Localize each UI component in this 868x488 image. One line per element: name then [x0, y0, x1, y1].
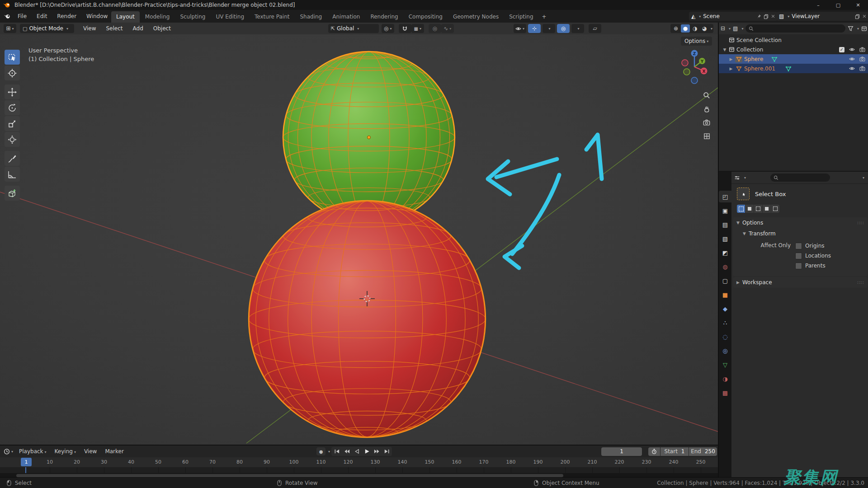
- timeline-editor-icon[interactable]: [4, 448, 10, 455]
- scene-collection-label[interactable]: Scene Collection: [736, 37, 782, 43]
- navigation-gizmo[interactable]: Z Y X: [675, 47, 713, 85]
- mode-selector[interactable]: ▢ Object Mode ▾: [20, 24, 74, 33]
- collection-label[interactable]: Collection: [736, 47, 763, 53]
- filter-icon[interactable]: [848, 26, 854, 32]
- properties-editor-icon[interactable]: [734, 175, 740, 181]
- view-layer-name[interactable]: ViewLayer: [792, 13, 853, 19]
- transform-panel-header[interactable]: ▼ Transform: [733, 228, 868, 239]
- zoom-tool[interactable]: [701, 89, 712, 101]
- options-dropdown[interactable]: Options▾: [681, 37, 712, 46]
- properties-tab-physics[interactable]: ◌: [719, 331, 731, 343]
- pan-hand-tool[interactable]: [701, 103, 712, 115]
- tab-modeling[interactable]: Modeling: [140, 11, 175, 23]
- tab-uv-editing[interactable]: UV Editing: [211, 11, 249, 23]
- viewport-3d[interactable]: User Perspective (1) Collection | Sphere…: [0, 34, 718, 445]
- show-gizmo-toggle[interactable]: ⊹: [528, 24, 541, 33]
- properties-tab-world[interactable]: ◍: [719, 261, 731, 272]
- panel-grip-icon[interactable]: ∷∷: [857, 280, 864, 285]
- workspace-panel-header[interactable]: ▶ Workspace ∷∷: [733, 277, 868, 288]
- active-tool-icon[interactable]: [737, 188, 750, 200]
- tool-cursor[interactable]: [5, 66, 20, 80]
- maximize-button[interactable]: ▢: [828, 0, 848, 10]
- tab-geometry-nodes[interactable]: Geometry Nodes: [448, 11, 504, 23]
- tool-add-cube[interactable]: [5, 186, 20, 201]
- orthographic-toggle-tool[interactable]: [701, 130, 712, 142]
- gizmo-z-negative[interactable]: [691, 77, 698, 84]
- disclosure-icon[interactable]: ▶: [729, 57, 733, 61]
- tool-annotate[interactable]: [5, 151, 20, 166]
- playhead[interactable]: 1: [21, 458, 32, 466]
- render-camera-icon[interactable]: [859, 47, 865, 52]
- properties-tab-modifiers[interactable]: ◆: [719, 303, 731, 314]
- row-object-sphere-001[interactable]: ▶ Sphere.001: [719, 64, 868, 73]
- tool-measure[interactable]: [5, 167, 20, 182]
- horizontal-scrollbar[interactable]: [16, 474, 563, 477]
- play-reverse-button[interactable]: [352, 447, 361, 455]
- viewport-menu-view[interactable]: View: [80, 24, 99, 33]
- hide-eye-icon[interactable]: [849, 56, 855, 62]
- disclosure-icon[interactable]: ▼: [722, 47, 727, 52]
- pivot-point-selector[interactable]: ◎▾: [382, 24, 394, 33]
- tab-sculpting[interactable]: Sculpting: [175, 11, 210, 23]
- menu-file[interactable]: File: [14, 12, 31, 21]
- previous-keyframe-button[interactable]: [342, 447, 351, 455]
- shading-settings-chevron[interactable]: ▾: [711, 27, 712, 31]
- camera-view-tool[interactable]: [701, 117, 712, 128]
- scene-selector[interactable]: ◭ ▾ Scene: [689, 12, 778, 21]
- properties-tab-object-data[interactable]: ▽: [719, 359, 731, 371]
- new-scene-icon[interactable]: [764, 14, 769, 19]
- outliner-search-input[interactable]: [745, 24, 845, 33]
- tab-layout[interactable]: Layout: [111, 11, 140, 23]
- auto-keying-button[interactable]: ●: [316, 447, 326, 455]
- properties-tab-tool[interactable]: ◰: [719, 191, 731, 202]
- render-camera-icon[interactable]: [859, 56, 865, 62]
- editor-type-button[interactable]: ⊞▾: [4, 24, 16, 33]
- collection-checkbox[interactable]: ✓: [839, 47, 844, 52]
- panel-grip-icon[interactable]: ∷∷: [857, 221, 864, 225]
- snap-settings[interactable]: ▦▾: [411, 24, 424, 33]
- shading-rendered-button[interactable]: ◕: [700, 24, 709, 33]
- properties-tab-render[interactable]: ▣: [719, 205, 731, 216]
- object-name[interactable]: Sphere: [744, 56, 763, 62]
- minimize-button[interactable]: –: [808, 0, 828, 10]
- timeline-menu-keying[interactable]: Keying▾: [52, 447, 79, 456]
- tab-scripting[interactable]: Scripting: [504, 11, 538, 23]
- show-overlays-toggle[interactable]: ◎: [557, 24, 570, 33]
- gizmo-x-negative[interactable]: [682, 60, 688, 66]
- jump-to-start-button[interactable]: [332, 447, 341, 455]
- tool-transform[interactable]: [5, 132, 20, 147]
- properties-tab-output[interactable]: ▤: [719, 219, 731, 230]
- select-mode-extend[interactable]: [745, 205, 754, 213]
- viewport-menu-select[interactable]: Select: [102, 24, 126, 33]
- chevron-down-icon[interactable]: ▾: [11, 450, 13, 454]
- show-object-types[interactable]: ▾: [514, 24, 526, 33]
- disclosure-icon[interactable]: ▶: [729, 66, 733, 71]
- properties-tab-particles[interactable]: ∴: [719, 317, 731, 328]
- start-frame-field[interactable]: Start1: [660, 447, 689, 456]
- close-button[interactable]: ✕: [848, 0, 868, 10]
- outliner-editor-icon[interactable]: ⊟: [721, 25, 725, 32]
- options-panel-header[interactable]: ▼ Options ∷∷: [733, 217, 868, 228]
- object-name[interactable]: Sphere.001: [744, 66, 775, 72]
- next-keyframe-button[interactable]: [372, 447, 381, 455]
- timeline-menu-view[interactable]: View: [81, 447, 100, 456]
- viewport-menu-object[interactable]: Object: [150, 24, 175, 33]
- snap-toggle[interactable]: [399, 24, 411, 33]
- new-view-layer-icon[interactable]: [855, 14, 860, 19]
- menu-render[interactable]: Render: [53, 12, 80, 21]
- tool-select-box[interactable]: [5, 50, 20, 65]
- tab-rendering[interactable]: Rendering: [365, 11, 403, 23]
- use-preview-range-button[interactable]: [648, 447, 660, 456]
- tool-move[interactable]: [5, 84, 20, 99]
- delete-scene-icon[interactable]: [771, 14, 775, 19]
- tab-animation[interactable]: Animation: [327, 11, 365, 23]
- properties-search-input[interactable]: [770, 174, 830, 182]
- jump-to-end-button[interactable]: [382, 447, 391, 455]
- select-mode-set[interactable]: [737, 205, 745, 213]
- select-mode-invert[interactable]: [763, 205, 771, 213]
- properties-tab-collection[interactable]: ▢: [719, 275, 731, 286]
- hide-eye-icon[interactable]: [849, 66, 855, 71]
- mesh-objects[interactable]: [249, 52, 486, 437]
- delete-view-layer-icon[interactable]: [862, 14, 867, 19]
- scene-name[interactable]: Scene: [703, 13, 754, 19]
